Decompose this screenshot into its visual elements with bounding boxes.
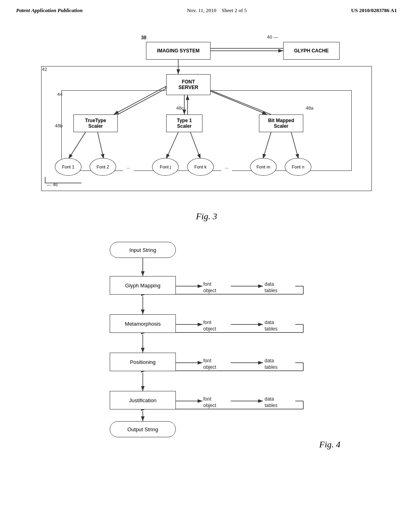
row1-data-label: datatables xyxy=(265,281,277,294)
row3-data-label: datatables xyxy=(265,358,277,370)
label-44: 44 xyxy=(57,92,63,97)
font1-ellipse: Font 1 xyxy=(55,158,81,176)
truetype-scaler-box: TrueTypeScaler xyxy=(73,114,118,132)
dots1: ... xyxy=(121,161,136,172)
fontj-ellipse: Font j xyxy=(152,158,179,176)
row1-font-label: fontobject xyxy=(203,281,216,294)
label-38-val: 38 xyxy=(141,35,146,40)
fontm-ellipse: Font m xyxy=(250,158,277,176)
metamorphosis-node: Metamorphosis xyxy=(110,314,176,333)
justification-node: Justification xyxy=(110,391,176,409)
header-publication: Patent Application Publication xyxy=(16,7,83,14)
glyph-cache-box: GLYPH CACHE xyxy=(283,42,340,60)
fig4-diagram: Input String Glyph Mapping Metamorphosis… xyxy=(86,238,327,435)
header-patent-number: US 2010/0283786 A1 xyxy=(351,7,397,14)
fig4-caption: Fig. 4 xyxy=(24,439,340,450)
row2-data-label: datatables xyxy=(265,320,277,332)
label-48a: 48a xyxy=(306,106,313,110)
row4-data-label: datatables xyxy=(265,396,277,409)
row3-font-label: fontobject xyxy=(203,358,216,370)
output-string-node: Output String xyxy=(110,421,176,437)
fontk-ellipse: Font k xyxy=(187,158,214,176)
main-content: IMAGING SYSTEM GLYPH CACHE FONTSERVER Tr… xyxy=(0,14,413,458)
glyph-mapping-node: Glyph Mapping xyxy=(110,276,176,295)
header-date-sheet: Nov. 11, 2010 Sheet 2 of 5 xyxy=(187,7,247,14)
row2-font-label: fontobject xyxy=(203,320,216,332)
label-42: 42 xyxy=(42,67,47,72)
type1-scaler-box: Type 1Scaler xyxy=(166,114,202,132)
input-string-node: Input String xyxy=(110,242,176,258)
positioning-node: Positioning xyxy=(110,353,176,371)
row4-font-label: fontobject xyxy=(203,396,216,409)
dots2: ... xyxy=(219,161,234,172)
fig3-caption: Fig. 3 xyxy=(24,211,389,222)
fig3-diagram: IMAGING SYSTEM GLYPH CACHE FONTSERVER Tr… xyxy=(33,34,380,207)
label-46: — 46 xyxy=(47,182,58,187)
label-48b: 48b xyxy=(55,123,63,128)
font-server-box: FONTSERVER xyxy=(166,74,211,95)
label-48c: 48c xyxy=(176,106,184,110)
label-40: 40 — xyxy=(267,35,278,39)
font2-ellipse: Font 2 xyxy=(90,158,116,176)
fontn-ellipse: Font n xyxy=(285,158,311,176)
bitmap-scaler-box: Bit MappedScaler xyxy=(259,114,303,132)
page-header: Patent Application Publication Nov. 11, … xyxy=(0,0,413,14)
imaging-system-box: IMAGING SYSTEM xyxy=(146,42,211,60)
